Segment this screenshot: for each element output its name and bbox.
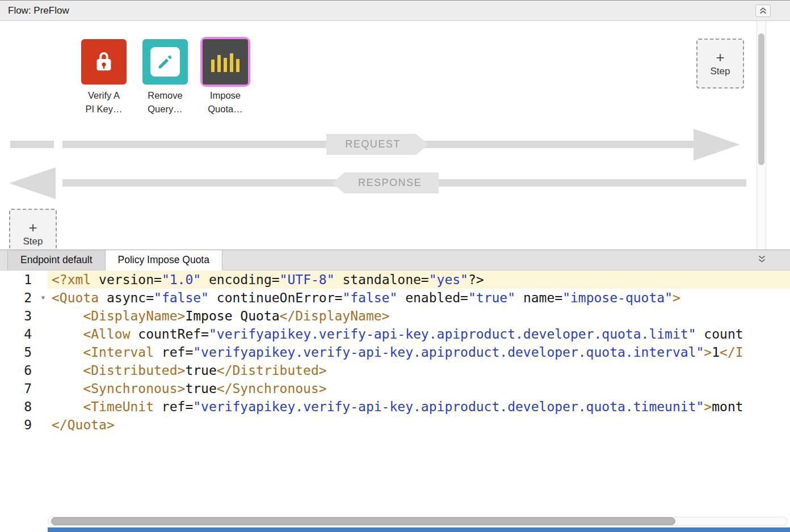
lock-icon	[81, 39, 127, 85]
editor-horizontal-scrollbar[interactable]	[0, 515, 790, 527]
step-button-label: Step	[711, 66, 730, 77]
bottom-blue-strip	[48, 527, 790, 532]
code-line[interactable]: 9</Quota>	[0, 416, 790, 434]
response-arrowhead-icon	[9, 167, 56, 199]
flow-header: Flow: PreFlow	[0, 1, 790, 21]
policy-remove-query[interactable]: Remove Query…	[131, 39, 199, 116]
quota-bars-icon	[203, 39, 248, 85]
code-line-text: <TimeUnit ref="verifyapikey.verify-api-k…	[48, 398, 743, 416]
policy-verify-api-key[interactable]: Verify A PI Key…	[70, 39, 138, 116]
editor-collapse-button[interactable]	[758, 255, 766, 264]
quota-bars	[211, 52, 239, 72]
policy-label-line: Quota…	[208, 102, 242, 116]
code-editor-panel: Endpoint default Policy Impose Quota 1<?…	[0, 250, 790, 532]
line-number: 4	[0, 325, 48, 343]
editor-scrollbar-thumb[interactable]	[51, 517, 675, 525]
selection-ring	[200, 37, 250, 87]
request-arrow-stub	[10, 141, 54, 148]
chevrons-down-icon	[758, 255, 766, 264]
pencil-card	[150, 47, 180, 77]
xml-code-editor[interactable]: 1<?xml version="1.0" encoding="UTF-8" st…	[0, 271, 790, 515]
policy-label: Verify A PI Key…	[85, 88, 122, 116]
tab-label: Endpoint default	[20, 254, 93, 266]
line-number: 1	[0, 271, 48, 289]
tab-label: Policy Impose Quota	[118, 254, 209, 266]
response-label-badge: RESPONSE	[332, 172, 439, 193]
flow-scrollbar-thumb[interactable]	[758, 33, 764, 165]
flow-panel: Flow: PreFlow Verify A	[0, 1, 790, 250]
line-number: 2▾	[0, 289, 48, 307]
step-button-label: Step	[23, 236, 43, 247]
fold-arrow-icon[interactable]: ▾	[41, 289, 45, 307]
code-line-text: <Interval ref="verifyapikey.verify-api-k…	[48, 343, 743, 361]
policy-label-line: Query…	[148, 102, 182, 116]
flow-collapse-button[interactable]	[755, 5, 771, 17]
code-line[interactable]: 5 <Interval ref="verifyapikey.verify-api…	[0, 343, 790, 361]
request-label: REQUEST	[345, 138, 401, 150]
code-line-text: <Quota async="false" continueOnError="fa…	[48, 289, 680, 307]
policy-label-line: Remove	[148, 88, 182, 102]
plus-icon: +	[28, 221, 37, 234]
line-number: 7	[0, 379, 48, 398]
code-line-text: <Synchronous>true</Synchronous>	[48, 379, 327, 398]
response-label: RESPONSE	[358, 177, 422, 189]
line-number: 6	[0, 361, 48, 379]
code-line-text: <DisplayName>Impose Quota</DisplayName>	[48, 307, 389, 325]
add-step-response-button[interactable]: + Step	[9, 209, 57, 250]
policy-impose-quota[interactable]: Impose Quota…	[191, 37, 259, 116]
chevrons-up-icon	[759, 7, 767, 15]
code-line-text: <Distributed>true</Distributed>	[48, 361, 327, 379]
add-step-request-button[interactable]: + Step	[696, 39, 744, 88]
tab-policy-impose-quota[interactable]: Policy Impose Quota	[106, 250, 222, 271]
code-line[interactable]: 6 <Distributed>true</Distributed>	[0, 361, 790, 379]
code-line[interactable]: 2▾<Quota async="false" continueOnError="…	[0, 289, 790, 307]
proxy-editor-window: Flow: PreFlow Verify A	[0, 0, 790, 532]
policy-label: Impose Quota…	[208, 88, 242, 116]
code-line[interactable]: 3 <DisplayName>Impose Quota</DisplayName…	[0, 307, 790, 325]
policy-label-line: PI Key…	[85, 102, 122, 116]
code-line[interactable]: 1<?xml version="1.0" encoding="UTF-8" st…	[0, 271, 790, 289]
policy-label-line: Verify A	[85, 88, 122, 102]
line-number: 3	[0, 307, 48, 325]
request-label-badge: REQUEST	[326, 134, 428, 155]
line-number: 8	[0, 398, 48, 416]
line-number: 5	[0, 343, 48, 361]
flow-vertical-scrollbar[interactable]	[757, 21, 766, 250]
code-line-text: </Quota>	[48, 416, 115, 434]
code-line[interactable]: 4 <Allow countRef="verifyapikey.verify-a…	[0, 325, 790, 343]
code-line-text: <?xml version="1.0" encoding="UTF-8" sta…	[48, 271, 484, 289]
tab-endpoint-default[interactable]: Endpoint default	[7, 250, 106, 270]
code-line-text: <Allow countRef="verifyapikey.verify-api…	[48, 325, 743, 343]
policy-label-line: Impose	[208, 88, 242, 102]
policy-label: Remove Query…	[148, 88, 182, 116]
plus-icon: +	[716, 50, 724, 64]
editor-tab-bar: Endpoint default Policy Impose Quota	[0, 250, 790, 271]
code-line[interactable]: 8 <TimeUnit ref="verifyapikey.verify-api…	[0, 398, 790, 416]
flow-canvas: Verify A PI Key… Remove Query…	[0, 21, 790, 250]
pencil-icon	[142, 39, 188, 85]
request-arrowhead-icon	[694, 129, 740, 161]
flow-title: Flow: PreFlow	[8, 5, 69, 16]
line-number: 9	[0, 416, 48, 434]
code-line[interactable]: 7 <Synchronous>true</Synchronous>	[0, 379, 790, 398]
